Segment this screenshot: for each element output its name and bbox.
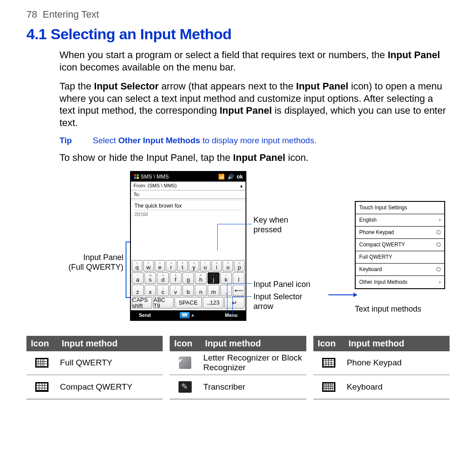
popup-item[interactable]: Full QWERTY <box>356 251 444 264</box>
key-j[interactable]: *j <box>208 272 219 284</box>
message-text: The quick brown fox <box>134 203 242 209</box>
char-counter: 20/160 <box>134 212 242 217</box>
status-bar: SMS \ MMS 📶 🔊 ok <box>131 172 245 182</box>
scroll-up-icon[interactable]: ▴ <box>240 183 243 189</box>
key-i[interactable]: 8i <box>212 260 222 271</box>
key-u[interactable]: 7u <box>200 260 211 271</box>
table-col-1: IconInput method Full QWERTY Compact QWE… <box>26 336 163 399</box>
key-.,123[interactable]: .,123 <box>203 297 223 309</box>
label-input-selector: Input Selectorarrow <box>253 292 302 312</box>
ok-button[interactable]: ok <box>237 174 243 180</box>
key-s[interactable]: @s <box>145 272 156 284</box>
table-col-3: IconInput method Phone Keypad Keyboard <box>313 336 450 399</box>
table-row: Letter Recognizer or Block Recognizer <box>201 351 306 374</box>
speaker-icon: 🔊 <box>227 174 234 180</box>
softkey-send[interactable]: Send <box>139 312 151 318</box>
key-r[interactable]: 4r <box>166 260 176 271</box>
popup-item[interactable]: Phone Keypad <box>356 227 444 239</box>
popup-item[interactable]: Other Input Methods› <box>356 276 444 288</box>
transcriber-icon <box>178 381 192 393</box>
input-selector-arrow[interactable]: ▲ <box>190 312 196 318</box>
key-p[interactable]: 0p <box>234 260 245 271</box>
popup-item[interactable]: Touch Input Settings <box>356 202 444 214</box>
key-f[interactable]: $f <box>170 272 182 284</box>
chevron-right-icon: › <box>439 217 441 223</box>
table-row: Keyboard <box>344 380 450 394</box>
key-m[interactable]: :m <box>208 285 219 296</box>
chapter-name: Entering Text <box>43 9 99 20</box>
key-y[interactable]: 6y <box>189 260 199 271</box>
key-v[interactable]: )v <box>170 285 182 296</box>
paragraph-3: To show or hide the Input Panel, tap the… <box>60 152 450 164</box>
soft-bar: Send ▲ Menu <box>131 310 245 320</box>
key-z[interactable]: 'z <box>132 285 144 296</box>
key-d[interactable]: #d <box>157 272 169 284</box>
table-row: Phone Keypad <box>344 356 450 369</box>
page-header: 78 Entering Text <box>26 9 450 20</box>
message-area[interactable]: The quick brown fox 20/160 <box>131 200 245 218</box>
paragraph-2: Tap the Input Selector arrow (that appea… <box>60 80 450 129</box>
keyboard-icon <box>322 382 335 392</box>
key-h[interactable]: &h <box>195 272 207 284</box>
table-row: Transcriber <box>201 380 306 394</box>
keyboard[interactable]: 1q2w3e4r5t6y7u8i9o0p !a@s#d$f/g&h*j+k-l … <box>131 260 245 309</box>
label-input-panel-icon: Input Panel icon <box>253 279 310 290</box>
input-methods-table: IconInput method Full QWERTY Compact QWE… <box>26 336 450 399</box>
label-key-pressed: Key whenpressed <box>253 215 288 235</box>
key-backspace[interactable] <box>233 285 245 296</box>
radio-icon <box>436 242 441 247</box>
key-k[interactable]: +k <box>220 272 232 284</box>
key-,[interactable]: , <box>220 285 232 296</box>
key-x[interactable]: x <box>145 285 156 296</box>
radio-icon <box>436 267 441 271</box>
table-row: Full QWERTY <box>57 356 163 369</box>
input-panel-icon[interactable] <box>180 312 190 318</box>
key-l[interactable]: -l <box>233 272 245 284</box>
key-b[interactable]: b <box>182 285 194 296</box>
key-ABC T9[interactable]: ABC T9 <box>153 297 173 309</box>
compact-qwerty-icon <box>35 382 48 392</box>
key-g[interactable]: /g <box>182 272 194 284</box>
paragraph-1: When you start a program or select a fie… <box>60 49 450 73</box>
key-SPACE[interactable]: SPACE <box>175 297 202 309</box>
windows-icon <box>134 174 139 179</box>
section-title: 4.1 Selecting an Input Method <box>26 26 450 43</box>
radio-icon <box>436 230 441 234</box>
key-o[interactable]: 9o <box>223 260 233 271</box>
popup-item[interactable]: Keyboard <box>356 264 444 276</box>
from-row: From: (SMS \ MMS) ▴ <box>131 182 245 190</box>
app-title: SMS \ MMS <box>141 174 169 180</box>
key-c[interactable]: (c <box>157 285 169 296</box>
table-row: Compact QWERTY <box>57 380 163 394</box>
phone-mock: SMS \ MMS 📶 🔊 ok From: (SMS \ MMS) ▴ To:… <box>130 171 246 321</box>
key-q[interactable]: 1q <box>132 260 142 271</box>
label-input-panel: Input Panel (Full QWERTY) <box>55 253 123 272</box>
popup-item[interactable]: English› <box>356 214 444 227</box>
page-number: 78 <box>26 9 37 20</box>
input-methods-popup[interactable]: Touch Input SettingsEnglish›Phone Keypad… <box>355 201 445 289</box>
phone-keypad-icon <box>322 358 335 368</box>
chevron-right-icon: › <box>439 279 441 285</box>
key-n[interactable]: n <box>195 285 207 296</box>
label-text-input-methods: Text input methods <box>355 304 445 314</box>
illustration: Input Panel (Full QWERTY) SMS \ MMS 📶 🔊 … <box>60 171 450 330</box>
to-row[interactable]: To: <box>131 190 245 199</box>
table-col-2: IconInput method Letter Recognizer or Bl… <box>170 336 306 399</box>
full-qwerty-icon <box>35 358 48 368</box>
recognizer-icon <box>179 357 191 369</box>
popup-item[interactable]: Compact QWERTY <box>356 239 444 251</box>
key-w[interactable]: 2w <box>143 260 154 271</box>
signal-icon: 📶 <box>218 174 225 180</box>
arrow-icon <box>328 294 357 295</box>
key-a[interactable]: !a <box>132 272 144 284</box>
key-t[interactable]: 5t <box>177 260 188 271</box>
tip: Tip Select Other Input Methods to displa… <box>60 136 450 145</box>
key-CAPS shift[interactable]: CAPS shift <box>132 297 152 309</box>
key-e[interactable]: 3e <box>155 260 165 271</box>
